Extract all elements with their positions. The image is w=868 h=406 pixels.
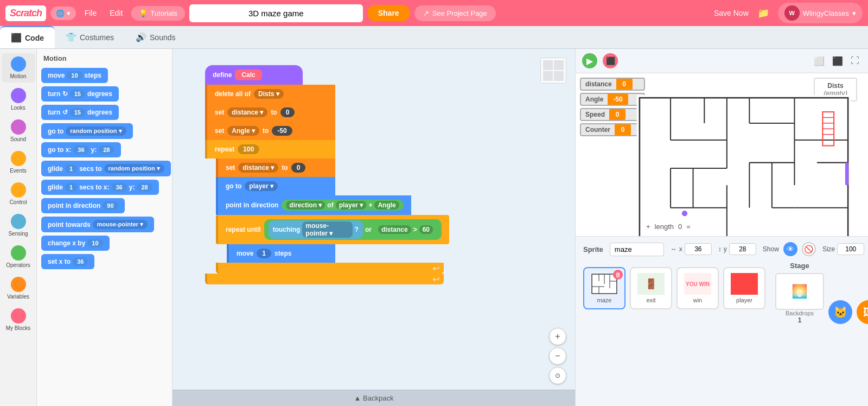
sprite-win-label: win [693,297,703,303]
show-hidden-button[interactable]: 🚫 [802,242,816,256]
tab-sounds[interactable]: 🔊 Sounds [125,26,186,48]
block-point-towards-row: point towards mouse-pointer ▾ [41,217,168,232]
set-distance-inner-block[interactable]: set distance ▾ to 0 [216,158,335,177]
share-button[interactable]: Share [367,5,410,21]
user-badge[interactable]: W WlingyClasses ▾ [778,3,863,23]
project-name-input[interactable] [189,4,363,22]
save-now-button[interactable]: Save Now [714,9,749,17]
y-input[interactable] [729,243,756,255]
zoom-in-button[interactable]: + [549,328,566,345]
cat-sensing[interactable]: Sensing [2,211,35,240]
folder-icon[interactable]: 📁 [757,7,769,19]
tutorials-button[interactable]: 💡 Tutorials [131,6,184,21]
normal-stage-button[interactable]: ⬛ [830,54,845,68]
cat-events[interactable]: Events [2,148,35,177]
sprite-list: 🗑 maze [583,267,765,309]
goto-player-block[interactable]: go to player ▾ [216,177,335,195]
set-angle-block[interactable]: set Angle ▾ to -50 [205,122,335,140]
stage-thumbnail[interactable]: 🌅 [775,273,824,310]
size-input[interactable] [837,243,864,255]
logo[interactable]: Scratch [5,5,46,21]
sprite-thumb-player[interactable]: player [723,267,765,309]
right-panel: ▶ ⬛ ⬜ ⬛ ⛶ distance 0 Angle -50 [575,49,868,406]
sprite-thumb-maze[interactable]: 🗑 maze [583,267,626,309]
repeat-until-block[interactable]: repeat until touching mouse-pointer ▾ ? … [216,215,449,244]
size-field: Size [822,243,864,255]
dists-dropdown[interactable]: Dists ▾ [254,89,284,99]
blocks-category-title: Motion [41,54,168,62]
sprite-name-input[interactable] [610,243,664,256]
cat-looks[interactable]: Looks [2,85,35,114]
question-mark: ? [355,226,359,233]
x-input[interactable] [685,243,712,255]
block-turn-ccw[interactable]: turn ↺ 15 degrees [41,105,119,120]
edit-menu[interactable]: Edit [105,6,127,20]
of-label: of [327,201,333,209]
block-set-x[interactable]: set x to 36 [41,254,94,269]
block-point-direction[interactable]: point in direction 90 [41,198,125,213]
define-label: define [213,71,232,79]
distance-dropdown2[interactable]: distance ▾ [238,163,278,173]
distance-dropdown[interactable]: distance ▾ [227,107,267,117]
distance-monitor-name: distance [581,79,616,90]
repeat-until-label: repeat until [226,226,261,233]
sprite-thumb-exit[interactable]: 🚪 exit [630,267,672,309]
set-distance-block[interactable]: set distance ▾ to 0 [205,103,335,122]
stop-button[interactable]: ⬛ [603,53,618,68]
block-turn-cw[interactable]: turn ↻ 15 degrees [41,86,119,101]
block-glide-random[interactable]: glide 1 secs to random position ▾ [41,161,171,176]
move-inner-block[interactable]: move 1 steps [227,244,335,263]
cat-motion[interactable]: Motion [2,53,35,83]
block-goto-xy[interactable]: go to x: 36 y: 28 [41,142,121,157]
cat-operators[interactable]: Operators [2,242,35,271]
backpack-bar[interactable]: ▲ Backpack [173,390,575,406]
sprite-thumb-win[interactable]: YOU WIN win [676,267,719,309]
define-block[interactable]: define Calc [205,65,303,85]
fullscreen-button[interactable]: ⛶ [848,54,861,68]
direction-expr: direction ▾ of player ▾ + Angle [282,200,403,211]
small-stage-button[interactable]: ⬜ [812,54,827,68]
show-visible-button[interactable]: 👁 [783,242,797,256]
hundred-value: 100 [238,144,259,154]
direction-dropdown3[interactable]: direction ▾ [286,201,325,210]
block-change-x[interactable]: change x by 10 [41,236,110,251]
zoom-reset-button[interactable]: ⊙ [549,367,566,384]
sprite-label: Sprite [583,245,603,253]
block-point-towards[interactable]: point towards mouse-pointer ▾ [41,217,154,232]
delete-all-block[interactable]: delete all of Dists ▾ [205,85,335,103]
exit-preview: 🚪 [637,273,665,295]
zoom-out-button[interactable]: − [549,347,566,365]
file-menu[interactable]: File [80,6,101,20]
sprite-delete-maze[interactable]: 🗑 [613,270,623,280]
script-area[interactable]: define Calc delete all of Dists ▾ set di… [173,49,575,406]
tab-costumes[interactable]: 👕 Costumes [55,26,125,48]
set-label2: set [215,127,224,135]
stage-header: ▶ ⬛ ⬜ ⬛ ⛶ [576,49,868,73]
cat-control[interactable]: Control [2,179,35,208]
angle-dropdown[interactable]: Angle ▾ [227,126,259,136]
touching-expr: touching mouse-pointer ▾ ? [269,220,363,239]
block-glide-xy[interactable]: glide 1 secs to x: 36 y: 28 [41,180,159,195]
add-backdrop-button[interactable]: 🖼 [857,300,868,324]
cat-variables[interactable]: Variables [2,274,35,303]
point-dir-block[interactable]: point in direction direction ▾ of player… [216,195,411,215]
cat-myblocks[interactable]: My Blocks [2,305,35,334]
player-dropdown2[interactable]: player ▾ [336,201,367,210]
block-move[interactable]: move 10 steps [41,68,108,83]
add-sprite-button[interactable]: 🐱 [828,300,852,324]
see-project-button[interactable]: ↗ See Project Page [414,5,496,21]
cat-sound[interactable]: Sound [2,116,35,145]
block-goto[interactable]: go to random position ▾ [41,123,133,139]
tab-code[interactable]: ⬛ Code [0,26,55,48]
mouse-pointer-dropdown[interactable]: mouse-pointer ▾ [302,221,352,238]
player-dropdown[interactable]: player ▾ [245,181,278,191]
stage-canvas[interactable]: distance 0 Angle -50 Speed 0 Counter 0 [576,73,868,236]
globe-button[interactable]: 🌐 ▾ [50,7,76,20]
repeat-block[interactable]: repeat 100 [205,140,335,158]
sprite-stage-row: 🗑 maze [583,262,860,324]
counter-monitor-value: 0 [615,124,631,135]
win-preview: YOU WIN [684,273,711,295]
green-flag-button[interactable]: ▶ [582,53,597,68]
block-change-x-row: change x by 10 [41,236,168,251]
tabbar: ⬛ Code 👕 Costumes 🔊 Sounds [0,26,868,49]
